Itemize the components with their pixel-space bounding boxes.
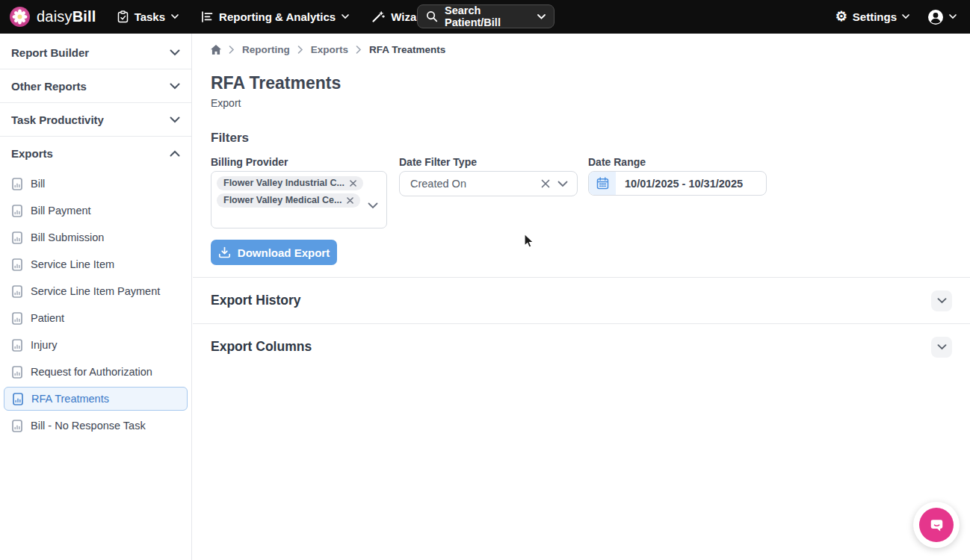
download-icon <box>218 246 231 258</box>
download-export-label: Download Export <box>238 246 330 259</box>
page-title: RFA Treatments <box>211 73 341 93</box>
chevron-down-icon <box>170 116 180 123</box>
sidebar-item-rfa-treatments[interactable]: RFA Treatments <box>4 387 188 411</box>
nav-menu-settings[interactable]: ⚙ Settings <box>835 10 909 24</box>
sidebar-item-service-line-item-payment[interactable]: Service Line Item Payment <box>0 278 191 305</box>
remove-chip-icon[interactable] <box>350 180 356 187</box>
sidebar-item-label: Bill - No Response Task <box>31 420 146 432</box>
billing-provider-chip: Flower Valley Medical Ce... <box>217 193 360 208</box>
report-doc-icon <box>12 285 22 298</box>
sidebar-item-label: Patient <box>31 312 64 324</box>
section-label: Report Builder <box>11 46 89 59</box>
export-history-title: Export History <box>211 293 301 308</box>
home-icon[interactable] <box>211 45 221 55</box>
billing-provider-multiselect[interactable]: Flower Valley Industrial C... Flower Val… <box>211 171 387 228</box>
export-history-panel: Export History <box>193 277 970 323</box>
sidebar-item-bill-payment[interactable]: Bill Payment <box>0 197 191 224</box>
chevron-down-icon <box>170 49 180 56</box>
chevron-down-icon[interactable] <box>557 181 568 187</box>
sidebar-item-patient[interactable]: Patient <box>0 305 191 332</box>
chevron-down-icon <box>949 14 957 19</box>
nav-menu-reporting-analytics[interactable]: Reporting & Analytics <box>201 10 349 23</box>
sidebar-section-task-productivity[interactable]: Task Productivity <box>0 103 191 137</box>
top-navbar: daisyBill Tasks Reporting & Analytics <box>0 0 970 34</box>
sidebar-section-other-reports[interactable]: Other Reports <box>0 69 191 103</box>
chat-bubble-icon <box>919 508 954 542</box>
chevron-down-icon[interactable] <box>368 199 378 212</box>
date-filter-type-label: Date Filter Type <box>399 156 477 168</box>
nav-menu-tasks[interactable]: Tasks <box>117 10 179 23</box>
chat-launcher[interactable] <box>913 502 960 548</box>
breadcrumb: Reporting Exports RFA Treatments <box>211 44 445 55</box>
chevron-down-icon <box>902 14 909 19</box>
chevron-right-icon <box>229 46 235 54</box>
export-columns-toggle-button[interactable] <box>931 337 952 358</box>
date-range-value: 10/01/2025 - 10/31/2025 <box>616 178 743 190</box>
report-doc-icon <box>12 178 22 190</box>
report-doc-icon <box>12 258 22 271</box>
sidebar-item-bill[interactable]: Bill <box>0 170 191 197</box>
chevron-right-icon <box>297 46 303 54</box>
sidebar-item-bill-no-response-task[interactable]: Bill - No Response Task <box>0 412 191 439</box>
sidebar-item-label: RFA Treatments <box>31 393 109 405</box>
breadcrumb-rfa-treatments: RFA Treatments <box>369 44 445 55</box>
chevron-down-icon[interactable] <box>537 14 546 19</box>
calendar-icon[interactable] <box>589 172 616 195</box>
report-doc-icon <box>13 393 23 405</box>
billing-provider-label: Billing Provider <box>211 156 288 168</box>
magic-wand-icon <box>371 11 385 23</box>
sidebar-item-label: Bill Payment <box>31 205 91 217</box>
clear-selection-icon[interactable] <box>541 179 550 188</box>
report-doc-icon <box>12 339 22 352</box>
page-subtitle: Export <box>211 97 241 109</box>
sidebar-item-label: Bill Submission <box>31 231 104 243</box>
sidebar-item-label: Injury <box>31 339 57 351</box>
daisy-flower-icon <box>10 7 30 27</box>
selected-option-label: Created On <box>410 178 466 190</box>
sidebar-item-injury[interactable]: Injury <box>0 332 191 358</box>
sidebar-item-service-line-item[interactable]: Service Line Item <box>0 251 191 278</box>
billing-provider-chip: Flower Valley Industrial C... <box>217 176 363 190</box>
date-range-input[interactable]: 10/01/2025 - 10/31/2025 <box>588 171 767 196</box>
export-history-toggle-button[interactable] <box>931 290 952 311</box>
export-columns-title: Export Columns <box>211 339 312 355</box>
sidebar-item-label: Bill <box>31 178 45 190</box>
report-doc-icon <box>12 366 22 379</box>
search-label: Search Patient/Bill <box>445 4 531 28</box>
sidebar-section-exports[interactable]: Exports <box>0 137 191 170</box>
main-content: Reporting Exports RFA Treatments RFA Tre… <box>193 34 970 560</box>
gear-icon: ⚙ <box>835 10 847 23</box>
date-filter-type-select[interactable]: Created On <box>399 171 578 196</box>
breadcrumb-exports[interactable]: Exports <box>311 44 348 55</box>
user-account-menu[interactable] <box>927 9 957 25</box>
chip-label: Flower Valley Medical Ce... <box>223 195 342 205</box>
sidebar-item-label: Request for Authorization <box>31 366 152 378</box>
download-export-button[interactable]: Download Export <box>211 240 337 265</box>
clipboard-icon <box>117 10 129 23</box>
brand-logo[interactable]: daisyBill <box>10 7 96 27</box>
chevron-right-icon <box>356 46 362 54</box>
search-patient-bill[interactable]: Search Patient/Bill <box>417 4 554 28</box>
section-label: Task Productivity <box>11 113 104 126</box>
report-doc-icon <box>12 420 22 432</box>
section-label: Other Reports <box>11 80 87 93</box>
report-doc-icon <box>12 312 22 325</box>
sidebar-item-label: Service Line Item Payment <box>31 285 160 297</box>
remove-chip-icon[interactable] <box>347 197 353 204</box>
bar-chart-icon <box>201 11 213 22</box>
nav-menu-label: Tasks <box>135 10 165 23</box>
sidebar-item-bill-submission[interactable]: Bill Submission <box>0 224 191 251</box>
user-avatar-icon <box>927 9 944 25</box>
breadcrumb-reporting[interactable]: Reporting <box>242 44 290 55</box>
export-columns-panel: Export Columns <box>193 323 970 370</box>
settings-label: Settings <box>853 10 897 23</box>
brand-name: daisyBill <box>37 8 96 25</box>
sidebar-section-report-builder[interactable]: Report Builder <box>0 36 191 69</box>
chevron-down-icon <box>342 14 349 19</box>
chevron-down-icon <box>170 83 180 90</box>
chevron-up-icon <box>170 150 180 157</box>
search-icon <box>426 10 438 22</box>
section-label: Exports <box>11 147 53 160</box>
report-doc-icon <box>12 205 22 217</box>
sidebar-item-request-for-authorization[interactable]: Request for Authorization <box>0 358 191 385</box>
